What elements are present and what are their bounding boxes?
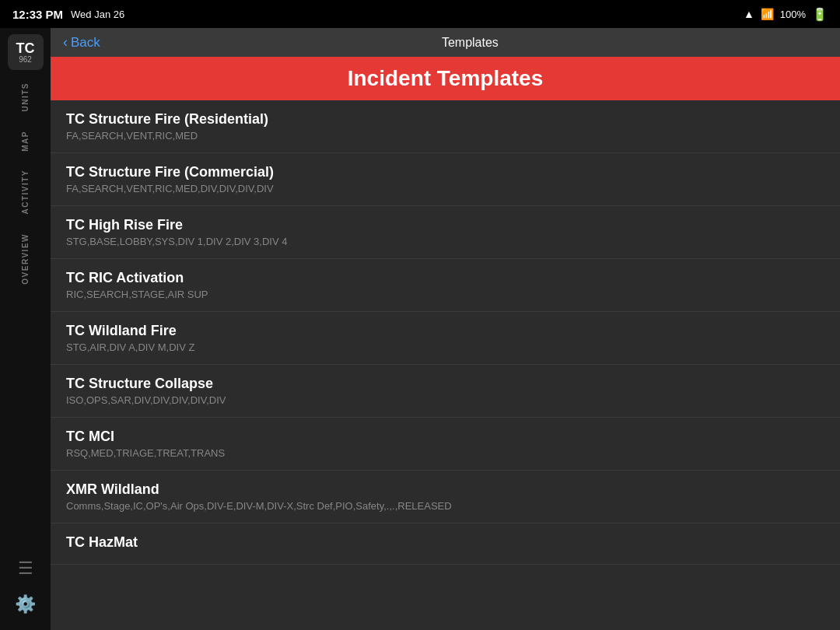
template-tags-7: Comms,Stage,IC,OP's,Air Ops,DIV-E,DIV-M,… <box>66 500 824 512</box>
battery-icon: 🔋 <box>812 7 828 22</box>
left-sidebar: TC 962 UNITS MAP ACTIVITY OVERVIEW ☰ ⚙️ <box>0 28 51 630</box>
status-time: 12:33 PM <box>12 8 63 21</box>
sidebar-item-map[interactable]: MAP <box>21 131 30 152</box>
template-item-6[interactable]: TC MCIRSQ,MED,TRIAGE,TREAT,TRANS <box>51 418 840 471</box>
template-item-7[interactable]: XMR WildlandComms,Stage,IC,OP's,Air Ops,… <box>51 471 840 523</box>
template-item-4[interactable]: TC Wildland FireSTG,AIR,DIV A,DIV M,DIV … <box>51 312 840 365</box>
template-name-3: TC RIC Activation <box>66 270 824 286</box>
template-item-5[interactable]: TC Structure CollapseISO,OPS,SAR,DIV,DIV… <box>51 365 840 418</box>
modal-top-bar: ‹ Back Templates <box>51 28 840 57</box>
settings-icon[interactable]: ⚙️ <box>15 594 36 614</box>
template-item-3[interactable]: TC RIC ActivationRIC,SEARCH,STAGE,AIR SU… <box>51 259 840 312</box>
modal-header-red: Incident Templates <box>51 57 840 100</box>
template-name-1: TC Structure Fire (Commercial) <box>66 164 824 180</box>
template-tags-2: STG,BASE,LOBBY,SYS,DIV 1,DIV 2,DIV 3,DIV… <box>66 236 824 247</box>
battery-pct: 100% <box>780 9 806 20</box>
template-tags-6: RSQ,MED,TRIAGE,TREAT,TRANS <box>66 447 824 459</box>
template-tags-4: STG,AIR,DIV A,DIV M,DIV Z <box>66 341 824 353</box>
menu-icon[interactable]: ☰ <box>18 558 33 579</box>
template-name-5: TC Structure Collapse <box>66 376 824 392</box>
status-date: Wed Jan 26 <box>71 9 124 20</box>
sidebar-item-overview[interactable]: OVERVIEW <box>21 233 30 285</box>
status-bar: 12:33 PM Wed Jan 26 ▲ 📶 100% 🔋 <box>0 0 840 28</box>
template-tags-5: ISO,OPS,SAR,DIV,DIV,DIV,DIV,DIV <box>66 394 824 406</box>
back-chevron-icon: ‹ <box>63 34 68 51</box>
template-name-0: TC Structure Fire (Residential) <box>66 111 824 128</box>
template-name-8: TC HazMat <box>66 534 824 551</box>
wifi-icon: 📶 <box>761 8 774 20</box>
sidebar-item-units[interactable]: UNITS <box>21 82 30 112</box>
location-icon: ▲ <box>744 8 754 20</box>
template-item-8[interactable]: TC HazMat <box>51 523 840 565</box>
modal-container: ‹ Back Templates Incident Templates TC S… <box>51 28 840 630</box>
template-name-6: TC MCI <box>66 429 824 445</box>
tc-badge: TC 962 <box>8 34 44 70</box>
template-name-2: TC High Rise Fire <box>66 217 824 233</box>
modal-title: Incident Templates <box>66 66 824 91</box>
template-tags-3: RIC,SEARCH,STAGE,AIR SUP <box>66 289 824 300</box>
template-tags-1: FA,SEARCH,VENT,RIC,MED,DIV,DIV,DIV,DIV <box>66 183 824 194</box>
tc-number: 962 <box>19 55 32 64</box>
template-item-2[interactable]: TC High Rise FireSTG,BASE,LOBBY,SYS,DIV … <box>51 206 840 259</box>
modal-overlay: ‹ Back Templates Incident Templates TC S… <box>51 28 840 630</box>
template-name-7: XMR Wildland <box>66 481 824 498</box>
modal-sub-title: Templates <box>113 36 828 50</box>
back-label: Back <box>71 35 100 51</box>
sidebar-item-activity[interactable]: ACTIVITY <box>21 170 30 215</box>
modal-template-list: TC Structure Fire (Residential)FA,SEARCH… <box>51 100 840 630</box>
template-item-0[interactable]: TC Structure Fire (Residential)FA,SEARCH… <box>51 100 840 153</box>
modal-back-button[interactable]: ‹ Back <box>63 34 100 51</box>
template-tags-0: FA,SEARCH,VENT,RIC,MED <box>66 130 824 142</box>
template-item-1[interactable]: TC Structure Fire (Commercial)FA,SEARCH,… <box>51 153 840 206</box>
tc-label: TC <box>16 41 35 55</box>
template-name-4: TC Wildland Fire <box>66 323 824 339</box>
